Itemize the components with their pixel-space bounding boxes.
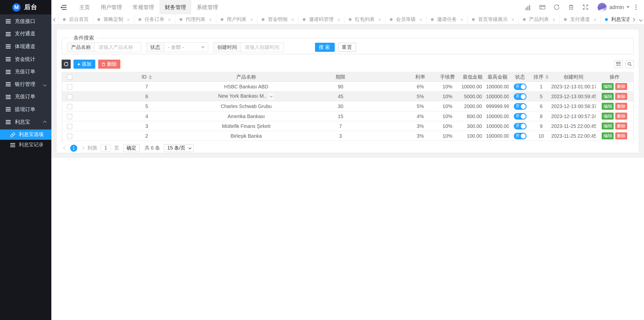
sidebar-item-lixibao[interactable]: 利息宝 bbox=[0, 116, 51, 128]
status-toggle[interactable]: 开 bbox=[514, 123, 527, 129]
status-toggle[interactable]: 开 bbox=[514, 113, 527, 119]
close-icon[interactable]: × bbox=[460, 17, 463, 22]
delete-button[interactable]: 删除 bbox=[98, 60, 120, 69]
col-id[interactable]: ID bbox=[77, 72, 216, 82]
delete-row-button[interactable]: 删除 bbox=[615, 83, 627, 90]
row-checkbox[interactable] bbox=[67, 84, 72, 89]
tab-strategy[interactable]: 策略定制× bbox=[93, 14, 134, 24]
status-toggle[interactable]: 开 bbox=[514, 103, 527, 110]
sort-icon[interactable] bbox=[545, 75, 549, 79]
reset-button[interactable]: 重置 bbox=[338, 43, 356, 52]
row-checkbox[interactable] bbox=[67, 104, 72, 109]
expand-cell-icon[interactable] bbox=[268, 92, 274, 100]
tabs-menu-icon[interactable] bbox=[637, 14, 644, 25]
status-toggle[interactable]: 开 bbox=[514, 93, 527, 100]
prev-page-icon[interactable] bbox=[64, 147, 66, 149]
close-icon[interactable]: × bbox=[378, 17, 381, 22]
tabs-scroll-left-icon[interactable] bbox=[51, 14, 59, 25]
refresh-icon[interactable] bbox=[553, 4, 559, 10]
close-icon[interactable]: × bbox=[511, 17, 514, 22]
close-icon[interactable]: × bbox=[168, 17, 171, 22]
current-page-button[interactable]: 1 bbox=[70, 145, 77, 152]
next-page-icon[interactable] bbox=[81, 147, 84, 149]
nav-general-management[interactable]: 常规管理 bbox=[127, 0, 159, 14]
search-button[interactable]: 搜索 bbox=[315, 43, 335, 52]
tab-pay-channel[interactable]: 支付通道× bbox=[560, 14, 601, 24]
nav-home[interactable]: 主页 bbox=[74, 0, 95, 14]
tab-redpacket-list[interactable]: 红包列表× bbox=[345, 14, 386, 24]
card-panel-icon[interactable] bbox=[539, 4, 545, 10]
fullscreen-icon[interactable] bbox=[582, 4, 588, 10]
edit-button[interactable]: 编辑 bbox=[602, 132, 614, 139]
edit-button[interactable]: 编辑 bbox=[602, 123, 614, 129]
close-icon[interactable]: × bbox=[593, 17, 596, 22]
nav-system-management[interactable]: 系统管理 bbox=[191, 0, 223, 14]
sidebar-item-recharge-orders-2[interactable]: 充值订单 bbox=[0, 91, 51, 103]
sidebar-item-recharge-orders[interactable]: 充值订单 bbox=[0, 65, 51, 78]
select-all-checkbox[interactable] bbox=[67, 75, 72, 80]
tab-product-list[interactable]: 产品列表× bbox=[519, 14, 560, 24]
tab-member-level[interactable]: 会员等级× bbox=[386, 14, 427, 24]
add-button[interactable]: +添加 bbox=[73, 60, 95, 69]
edit-button[interactable]: 编辑 bbox=[602, 93, 614, 100]
row-checkbox[interactable] bbox=[67, 133, 72, 139]
username[interactable]: admin bbox=[609, 4, 624, 10]
sidebar-item-withdraw-orders[interactable]: 提现订单 bbox=[0, 103, 51, 116]
sidebar-subitem-lixibao-records[interactable]: 利息宝记录 bbox=[0, 140, 51, 150]
more-menu-icon[interactable] bbox=[635, 7, 637, 8]
edit-button[interactable]: 编辑 bbox=[602, 103, 614, 110]
tab-home[interactable]: 后台首页 bbox=[59, 14, 93, 24]
tab-invite-codes[interactable]: 邀请码管理× bbox=[299, 14, 345, 24]
sidebar-item-recharge-api[interactable]: 充值接口 bbox=[0, 15, 51, 28]
tabs-scroll-right-icon[interactable] bbox=[629, 14, 636, 25]
edit-button[interactable]: 编辑 bbox=[602, 83, 614, 90]
created-time-input[interactable] bbox=[241, 42, 284, 52]
delete-row-button[interactable]: 删除 bbox=[615, 123, 627, 129]
tab-agent-list[interactable]: 代理列表× bbox=[175, 14, 216, 24]
tab-lixibao-options[interactable]: 利息宝选项× bbox=[601, 14, 629, 24]
status-select[interactable]: - 全部 - bbox=[164, 42, 208, 52]
sidebar-item-bank-management[interactable]: 银行管理 bbox=[0, 78, 51, 91]
status-toggle[interactable]: 开 bbox=[514, 83, 527, 90]
close-icon[interactable]: × bbox=[209, 17, 212, 22]
toggle-columns-icon[interactable] bbox=[614, 60, 623, 68]
sort-icon[interactable] bbox=[149, 75, 152, 79]
delete-row-button[interactable]: 删除 bbox=[615, 103, 627, 110]
brand-logo[interactable]: M 后台 bbox=[0, 0, 51, 14]
close-icon[interactable]: × bbox=[419, 17, 422, 22]
user-avatar[interactable] bbox=[597, 3, 607, 12]
jump-page-input[interactable] bbox=[101, 145, 111, 152]
edit-button[interactable]: 编辑 bbox=[602, 113, 614, 119]
chart-icon[interactable] bbox=[525, 4, 531, 10]
tab-user-list[interactable]: 用户列表× bbox=[216, 14, 257, 24]
collapse-sidebar-icon[interactable] bbox=[60, 5, 66, 10]
refresh-button[interactable] bbox=[62, 60, 71, 69]
chevron-down-icon[interactable] bbox=[626, 6, 630, 8]
close-icon[interactable]: × bbox=[291, 17, 294, 22]
delete-row-button[interactable]: 删除 bbox=[615, 113, 627, 119]
col-sort[interactable]: 排序 bbox=[531, 72, 551, 82]
jump-confirm-button[interactable]: 确定 bbox=[123, 144, 140, 152]
nav-finance-management[interactable]: 财务管理 bbox=[159, 0, 191, 14]
trash-icon[interactable] bbox=[568, 4, 574, 10]
nav-user-management[interactable]: 用户管理 bbox=[95, 0, 127, 14]
row-checkbox[interactable] bbox=[67, 94, 72, 99]
sidebar-subitem-lixibao-options[interactable]: 利息宝选项 bbox=[0, 130, 51, 140]
search-table-icon[interactable] bbox=[626, 60, 634, 68]
row-checkbox[interactable] bbox=[67, 124, 72, 129]
delete-row-button[interactable]: 删除 bbox=[615, 132, 627, 139]
delete-row-button[interactable]: 删除 bbox=[615, 93, 627, 100]
sidebar-item-fund-stats[interactable]: 资金统计 bbox=[0, 53, 51, 65]
sidebar-item-pay-channel[interactable]: 支付通道 bbox=[0, 28, 51, 40]
status-toggle[interactable]: 开 bbox=[514, 133, 527, 139]
tab-task-orders[interactable]: 任务订单× bbox=[134, 14, 175, 24]
close-icon[interactable]: × bbox=[127, 17, 130, 22]
page-size-select[interactable]: 15 条/页 bbox=[164, 144, 194, 152]
sidebar-item-withdraw-channel[interactable]: 体现通道 bbox=[0, 40, 51, 53]
tab-invite-tasks[interactable]: 邀请任务× bbox=[427, 14, 468, 24]
close-icon[interactable]: × bbox=[552, 17, 555, 22]
product-name-input[interactable] bbox=[95, 42, 141, 52]
close-icon[interactable]: × bbox=[250, 17, 253, 22]
tab-home-level-display[interactable]: 首页等级展示× bbox=[468, 14, 519, 24]
row-checkbox[interactable] bbox=[67, 114, 72, 119]
